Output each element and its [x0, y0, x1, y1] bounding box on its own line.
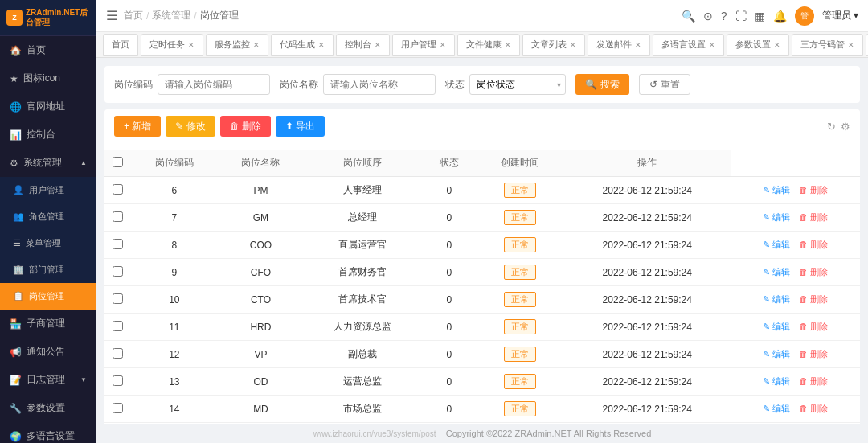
row-edit-link[interactable]: ✎ 编辑	[763, 376, 790, 386]
row-delete-link[interactable]: 🗑 删除	[799, 404, 828, 413]
system-icon: ⚙	[10, 158, 18, 169]
row-delete-link[interactable]: 🗑 删除	[799, 212, 828, 222]
tab-thirdparty-close[interactable]: ✕	[848, 41, 854, 49]
post-code-input[interactable]	[158, 74, 270, 95]
breadcrumb-home[interactable]: 首页	[124, 9, 143, 23]
row-checkbox-2[interactable]	[113, 239, 123, 249]
menu-icon: ☰	[13, 238, 21, 248]
delete-button[interactable]: 🗑 删除	[220, 116, 271, 137]
tab-scheduled[interactable]: 定时任务 ✕	[141, 34, 203, 56]
row-edit-link[interactable]: ✎ 编辑	[763, 322, 790, 331]
row-delete-link[interactable]: 🗑 删除	[799, 349, 828, 359]
breadcrumb-system[interactable]: 系统管理	[152, 9, 190, 23]
post-name-input[interactable]	[323, 74, 436, 95]
tab-article-close[interactable]: ✕	[570, 41, 576, 49]
tab-file-close[interactable]: ✕	[505, 41, 511, 49]
sidebar-item-user-mgmt[interactable]: 👤 用户管理	[0, 177, 96, 203]
row-delete-link[interactable]: 🗑 删除	[799, 322, 828, 331]
tab-service[interactable]: 服务监控 ✕	[206, 34, 268, 56]
home-icon: 🏠	[10, 45, 22, 56]
tab-codegen-close[interactable]: ✕	[318, 41, 325, 49]
sidebar-item-dashboard[interactable]: 📊 控制台	[0, 121, 96, 149]
row-edit-link[interactable]: ✎ 编辑	[763, 267, 790, 277]
tab-params[interactable]: 参数设置 ✕	[727, 34, 789, 56]
row-edit-link[interactable]: ✎ 编辑	[763, 404, 790, 413]
row-checkbox-0[interactable]	[113, 184, 123, 195]
row-code: 8	[131, 232, 218, 259]
page-content: 岗位编码 岗位名称 状态 岗位状态 正常 停用 🔍 搜索	[96, 58, 868, 424]
post-code-label: 岗位编码	[114, 78, 153, 92]
sidebar-item-dept-mgmt[interactable]: 🏢 部门管理	[0, 256, 96, 283]
question-icon[interactable]: ?	[721, 10, 727, 23]
row-delete-link[interactable]: 🗑 删除	[799, 267, 828, 277]
layout-icon[interactable]: ▦	[755, 10, 765, 23]
sidebar-item-home[interactable]: 🏠 首页	[0, 36, 96, 64]
tab-article[interactable]: 文章列表 ✕	[522, 34, 585, 56]
sidebar-item-notice[interactable]: 📢 通知公告	[0, 338, 96, 366]
tab-multilang[interactable]: 多语言设置 ✕	[653, 34, 724, 56]
expand-icon[interactable]: ⛶	[735, 10, 747, 23]
tab-email-close[interactable]: ✕	[635, 41, 641, 49]
refresh-icon[interactable]: ↻	[827, 121, 836, 133]
row-checkbox-3[interactable]	[113, 266, 123, 277]
menu-toggle-icon[interactable]: ☰	[106, 8, 117, 23]
tab-console-close[interactable]: ✕	[375, 41, 381, 49]
tab-file[interactable]: 文件健康 ✕	[457, 34, 520, 56]
status-badge: 正常	[504, 237, 536, 252]
tab-console[interactable]: 控制台 ✕	[336, 34, 390, 56]
tab-params-close[interactable]: ✕	[774, 41, 780, 49]
row-edit-link[interactable]: ✎ 编辑	[763, 240, 790, 249]
tab-thirdparty[interactable]: 三方号码管 ✕	[792, 34, 863, 56]
search-button[interactable]: 🔍 搜索	[575, 74, 629, 95]
row-delete-link[interactable]: 🗑 删除	[799, 185, 828, 195]
row-name: 市场总监	[304, 396, 421, 423]
github-icon[interactable]: ⊙	[703, 10, 713, 23]
add-button[interactable]: + 新增	[114, 116, 161, 137]
row-checkbox-5[interactable]	[113, 321, 123, 331]
row-delete-link[interactable]: 🗑 删除	[799, 376, 828, 386]
row-checkbox-8[interactable]	[113, 403, 123, 413]
row-checkbox-1[interactable]	[113, 211, 123, 222]
tab-multilang-close[interactable]: ✕	[709, 41, 715, 49]
sidebar-item-log[interactable]: 📝 日志管理 ▼	[0, 366, 96, 394]
row-delete-link[interactable]: 🗑 删除	[799, 294, 828, 304]
sidebar-item-tenant[interactable]: 🏪 子商管理	[0, 310, 96, 338]
row-edit-link[interactable]: ✎ 编辑	[763, 294, 790, 304]
row-edit-link[interactable]: ✎ 编辑	[763, 212, 790, 222]
row-checkbox-6[interactable]	[113, 348, 123, 359]
row-checkbox-4[interactable]	[113, 293, 123, 304]
bell-icon[interactable]: 🔔	[773, 10, 787, 23]
tab-codegen[interactable]: 代码生成 ✕	[271, 34, 334, 56]
column-setting-icon[interactable]: ⚙	[841, 121, 850, 133]
status-select[interactable]: 岗位状态 正常 停用	[469, 74, 566, 95]
row-checkbox-7[interactable]	[113, 375, 123, 386]
header-checkbox-cell	[104, 150, 131, 177]
topbar-user[interactable]: 管理员 ▾	[822, 9, 858, 23]
sidebar-item-menu-mgmt[interactable]: ☰ 菜单管理	[0, 230, 96, 256]
sidebar-item-icon[interactable]: ★ 图标icon	[0, 64, 96, 92]
sidebar-item-website[interactable]: 🌐 官网地址	[0, 92, 96, 121]
tab-home[interactable]: 首页	[103, 34, 138, 56]
edit-button[interactable]: ✎ 修改	[166, 116, 215, 137]
data-table: 岗位编码 岗位名称 岗位顺序 状态 创建时间 操作 6 PM 人事经理 0	[104, 150, 860, 424]
tab-email[interactable]: 发送邮件 ✕	[588, 34, 650, 56]
tab-user[interactable]: 用户管理 ✕	[392, 34, 455, 56]
search-icon[interactable]: 🔍	[682, 10, 695, 23]
select-all-checkbox[interactable]	[113, 157, 123, 167]
tab-service-close[interactable]: ✕	[253, 41, 260, 49]
table-container: + 新增 ✎ 修改 🗑 删除 ⬆ 导出 ↻ ⚙	[104, 109, 860, 424]
row-edit-link[interactable]: ✎ 编辑	[763, 349, 790, 359]
sidebar-item-system[interactable]: ⚙ 系统管理 ▲	[0, 149, 96, 177]
sidebar-item-role-mgmt[interactable]: 👥 角色管理	[0, 203, 96, 230]
row-created: 2022-06-12 21:59:24	[563, 232, 731, 259]
sidebar-item-post-mgmt[interactable]: 📋 岗位管理	[0, 283, 96, 310]
row-edit-link[interactable]: ✎ 编辑	[763, 185, 790, 195]
sidebar-item-multilang[interactable]: 🌍 多语言设置	[0, 422, 96, 443]
row-name: 总经理	[304, 204, 421, 232]
tab-user-close[interactable]: ✕	[440, 41, 446, 49]
row-delete-link[interactable]: 🗑 删除	[799, 240, 828, 249]
tab-scheduled-close[interactable]: ✕	[188, 41, 194, 49]
reset-button[interactable]: ↺ 重置	[639, 74, 690, 95]
sidebar-item-params[interactable]: 🔧 参数设置	[0, 394, 96, 422]
export-button[interactable]: ⬆ 导出	[276, 116, 325, 137]
